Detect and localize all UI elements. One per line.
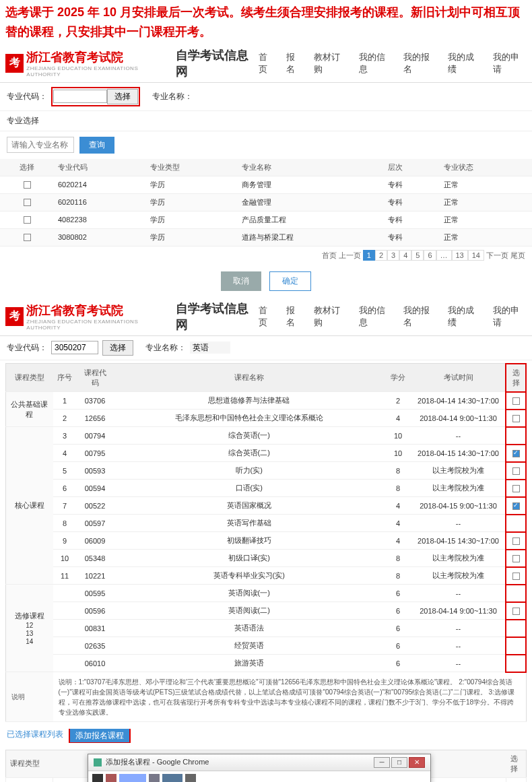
ok-button[interactable]: 确定: [269, 271, 311, 291]
modal-titlebar: 添加报名课程 - Google Chrome ─ □ ✕: [88, 754, 430, 771]
addr-bar: [88, 771, 430, 782]
nav-info[interactable]: 我的信息: [359, 51, 393, 75]
maximize-icon[interactable]: □: [391, 757, 407, 768]
search-button[interactable]: 查询: [79, 137, 114, 154]
course-code: 00595: [77, 585, 114, 602]
course-name: 英语阅读(一): [114, 585, 385, 602]
course-name: 英语专科毕业实习(实): [114, 567, 385, 585]
course-code: 00596: [77, 602, 114, 620]
modal-title-text: 添加报名课程 - Google Chrome: [106, 757, 209, 767]
nav2-signup[interactable]: 报名: [286, 304, 303, 329]
pg-…[interactable]: …: [436, 250, 452, 261]
pg-6[interactable]: 6: [424, 250, 436, 261]
tab-selected-list[interactable]: 已选择课程列表: [7, 729, 63, 743]
nav-books[interactable]: 教材订购: [314, 51, 347, 75]
course-time: 2018-04-15 14:30~17:00: [411, 532, 506, 550]
course-credit: 4: [385, 410, 411, 427]
minimize-icon[interactable]: ─: [374, 757, 390, 768]
course-checkbox[interactable]: [512, 397, 520, 405]
site-name: 自学考试信息网: [176, 47, 259, 79]
nav-score[interactable]: 我的成绩: [448, 51, 481, 75]
course-seq: 11: [53, 567, 77, 585]
major-name-label-2: 专业名称：: [145, 342, 186, 354]
course-checkbox[interactable]: [512, 555, 520, 562]
course-seq: 9: [53, 532, 77, 550]
pg-5[interactable]: 5: [411, 250, 424, 261]
pg-last[interactable]: 尾页: [510, 251, 525, 261]
nav-apply[interactable]: 我的申请: [493, 51, 527, 75]
course-checkbox[interactable]: [512, 573, 520, 580]
select-major-button-2[interactable]: 选择: [102, 340, 133, 356]
course-checkbox[interactable]: [512, 485, 520, 492]
course-name: 英语阅读(二): [114, 602, 385, 620]
org-block: 浙江省教育考试院 ZHEJIANG EDUCATION EXAMINATIONS…: [26, 49, 170, 77]
major-checkbox[interactable]: [24, 181, 31, 189]
tab-add-course[interactable]: 添加报名课程: [70, 729, 129, 742]
major-code-input[interactable]: [53, 90, 107, 103]
pg-3[interactable]: 3: [387, 250, 399, 261]
course-seq: 2: [53, 410, 77, 427]
nav2-score[interactable]: 我的成绩: [448, 304, 481, 329]
pg-2[interactable]: 2: [375, 250, 387, 261]
pg-first[interactable]: 首页: [322, 251, 337, 261]
nav2-apply[interactable]: 我的申请: [493, 304, 527, 329]
course-checkbox[interactable]: [512, 450, 520, 457]
cancel-button[interactable]: 取消: [221, 271, 261, 291]
course-time: --: [411, 585, 506, 602]
org-sub: ZHEJIANG EDUCATION EXAMINATIONS AUTHORIT…: [26, 65, 170, 77]
nav-myreg[interactable]: 我的报名: [403, 51, 437, 75]
course-checkbox[interactable]: [512, 415, 520, 422]
site-header-2: 考 浙江省教育考试院 ZHEJIANG EDUCATION EXAMINATIO…: [0, 298, 532, 336]
course-checkbox[interactable]: [512, 608, 520, 615]
major-checkbox[interactable]: [24, 199, 31, 206]
course-seq: 8: [53, 515, 77, 532]
course-code: 05348: [77, 550, 114, 567]
th-status: 专业状态: [440, 159, 532, 176]
major-code-input-2[interactable]: [51, 341, 98, 354]
course-select-cell: [506, 462, 526, 480]
th-name: 专业名称: [238, 159, 384, 176]
course-checkbox[interactable]: [512, 467, 520, 475]
course-select-cell: [506, 567, 526, 585]
major-code: 4082238: [54, 211, 146, 228]
course-code: 00831: [77, 620, 114, 637]
course-code: 06009: [77, 532, 114, 550]
course-credit: 4: [385, 497, 411, 515]
pg-13[interactable]: 13: [452, 250, 468, 261]
pg-prev[interactable]: 上一页: [339, 251, 361, 261]
nav2-info[interactable]: 我的信息: [359, 304, 393, 329]
pg-1[interactable]: 1: [363, 250, 375, 261]
nav-signup[interactable]: 报名: [286, 51, 303, 75]
course-checkbox[interactable]: [512, 502, 520, 510]
site-header-1: 考 浙江省教育考试院 ZHEJIANG EDUCATION EXAMINATIO…: [0, 44, 532, 83]
course-checkbox[interactable]: [512, 537, 520, 545]
org-sub-2: ZHEJIANG EDUCATION EXAMINATIONS AUTHORIT…: [26, 319, 170, 331]
pager: 首页 上一页 123456…1314 下一页 尾页: [0, 247, 532, 265]
major-name: 产品质量工程: [238, 211, 384, 228]
major-type: 学历: [146, 193, 238, 211]
site-name-2: 自学考试信息网: [176, 300, 259, 333]
nav2-home[interactable]: 首页: [259, 304, 275, 329]
major-name: 商务管理: [238, 176, 384, 193]
major-status: 正常: [440, 211, 532, 228]
pg-14[interactable]: 14: [468, 250, 484, 261]
course-name: 英语写作基础: [114, 515, 385, 532]
major-level: 专科: [384, 211, 440, 228]
add-course-modal: 添加报名课程 - Google Chrome ─ □ ✕ 添加报名课程 课程代码…: [88, 754, 431, 782]
major-name: 金融管理: [238, 193, 384, 211]
course-time: --: [411, 515, 506, 532]
nav2-books[interactable]: 教材订购: [314, 304, 347, 329]
org-block-2: 浙江省教育考试院 ZHEJIANG EDUCATION EXAMINATIONS…: [26, 302, 170, 331]
major-checkbox[interactable]: [24, 216, 31, 224]
major-checkbox[interactable]: [24, 234, 31, 241]
top-nav-1: 首页 报名 教材订购 我的信息 我的报名 我的成绩 我的申请: [259, 51, 527, 75]
pg-4[interactable]: 4: [399, 250, 411, 261]
nav2-myreg[interactable]: 我的报名: [403, 304, 437, 329]
major-search-input[interactable]: [7, 137, 74, 153]
close-icon[interactable]: ✕: [409, 757, 425, 768]
course-time: 以主考院校为准: [411, 462, 506, 480]
select-major-button[interactable]: 选择: [107, 89, 138, 104]
pg-next[interactable]: 下一页: [486, 251, 508, 261]
nav-home[interactable]: 首页: [259, 51, 275, 75]
major-name: 道路与桥梁工程: [238, 228, 384, 246]
